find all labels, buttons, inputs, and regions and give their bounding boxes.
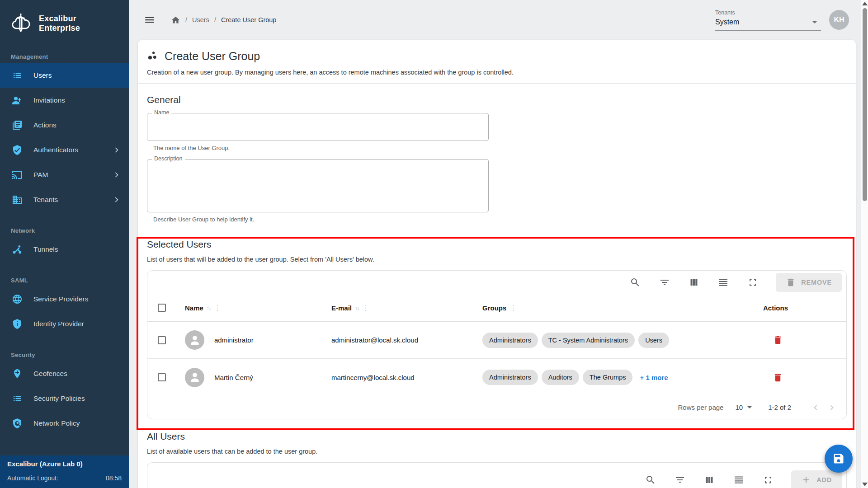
all-users-toolbar: ADD bbox=[147, 468, 846, 488]
dropdown-arrow-icon bbox=[812, 21, 817, 23]
tenant-select[interactable]: Tenants System bbox=[715, 9, 821, 31]
shield-check-icon bbox=[12, 145, 23, 155]
pagination-range: 1-2 of 2 bbox=[768, 404, 791, 411]
sidebar-item-security-policies[interactable]: Security Policies bbox=[0, 386, 129, 411]
rows-per-page-select[interactable]: 10 bbox=[735, 404, 752, 411]
user-avatar[interactable]: KH bbox=[829, 10, 849, 30]
column-header-name[interactable]: Name bbox=[185, 304, 203, 312]
sidebar-item-users[interactable]: Users bbox=[0, 63, 129, 88]
scrollbar-up-arrow[interactable] bbox=[862, 2, 868, 5]
pin-plus-icon bbox=[12, 368, 23, 379]
name-field: Name bbox=[147, 113, 489, 141]
next-page-button[interactable] bbox=[824, 399, 840, 416]
description-helper-text: Describe User Group to help identify it. bbox=[153, 216, 847, 223]
add-button[interactable]: ADD bbox=[791, 470, 842, 488]
user-groups: AdministratorsAuditorsThe Grumps+ 1 more bbox=[477, 370, 756, 385]
sidebar-section-label-saml: SAML bbox=[0, 277, 129, 284]
list-icon bbox=[12, 70, 23, 81]
scrollbar-thumb[interactable] bbox=[863, 8, 867, 201]
name-helper-text: The name of the User Group. bbox=[153, 145, 847, 151]
sidebar-item-invitations[interactable]: Invitations bbox=[0, 88, 129, 113]
scrollbar-down-arrow[interactable] bbox=[862, 483, 868, 486]
select-all-checkbox[interactable] bbox=[158, 304, 166, 312]
user-name: Martin Černý bbox=[214, 374, 253, 381]
user-group-icon bbox=[147, 50, 159, 62]
filter-icon[interactable] bbox=[671, 471, 689, 488]
list-icon bbox=[12, 393, 23, 404]
more-groups-link[interactable]: + 1 more bbox=[640, 374, 668, 381]
sort-icon[interactable]: ↑↓ bbox=[355, 305, 359, 311]
columns-icon[interactable] bbox=[700, 471, 718, 488]
sidebar-item-authenticators[interactable]: Authenticators bbox=[0, 137, 129, 162]
sidebar-nav: ManagementUsersInvitationsActionsAuthent… bbox=[0, 47, 129, 436]
save-button[interactable] bbox=[825, 445, 853, 473]
user-email: administrator@local.sk.cloud bbox=[326, 336, 477, 344]
columns-icon[interactable] bbox=[685, 273, 703, 291]
auto-logout-label: Automatic Logout: bbox=[7, 474, 58, 482]
domain-icon bbox=[12, 194, 23, 205]
table-row: administratoradministrator@local.sk.clou… bbox=[147, 322, 846, 359]
sidebar-item-tunnels[interactable]: Tunnels bbox=[0, 237, 129, 262]
sidebar-item-geofences[interactable]: Geofences bbox=[0, 361, 129, 386]
person-add-icon bbox=[12, 95, 23, 106]
fullscreen-icon[interactable] bbox=[744, 273, 762, 291]
page-title: Create User Group bbox=[165, 50, 260, 63]
auto-logout-row: Automatic Logout: 08:58 bbox=[7, 474, 122, 482]
sidebar-item-tenants[interactable]: Tenants bbox=[0, 187, 129, 212]
column-header-groups[interactable]: Groups bbox=[482, 304, 506, 312]
sidebar-item-service-providers[interactable]: Service Providers bbox=[0, 286, 129, 311]
home-icon[interactable] bbox=[171, 15, 180, 25]
sidebar-item-pam[interactable]: PAM bbox=[0, 162, 129, 187]
group-chip: TC - System Administrators bbox=[542, 333, 635, 348]
shield-info-icon bbox=[12, 319, 23, 329]
fullscreen-icon[interactable] bbox=[759, 471, 777, 488]
user-avatar-icon bbox=[185, 330, 204, 350]
page-subtitle: Creation of a new user group. By managin… bbox=[147, 69, 847, 76]
sidebar-item-identity-provider[interactable]: Identity Provider bbox=[0, 311, 129, 336]
column-menu-icon[interactable]: ⋮ bbox=[362, 304, 369, 312]
description-field-label: Description bbox=[152, 155, 185, 162]
group-chip: Users bbox=[638, 333, 669, 348]
brand-name: Excalibur Enterprise bbox=[39, 14, 120, 33]
group-chip: Auditors bbox=[542, 370, 579, 385]
density-icon[interactable] bbox=[730, 471, 748, 488]
trash-icon bbox=[786, 277, 796, 287]
menu-toggle-button[interactable] bbox=[144, 14, 156, 26]
search-icon[interactable] bbox=[642, 471, 660, 488]
previous-page-button[interactable] bbox=[807, 399, 824, 416]
table-pagination: Rows per page 10 1-2 of 2 bbox=[147, 396, 846, 419]
column-menu-icon[interactable]: ⋮ bbox=[214, 304, 221, 312]
sidebar-item-network-policy[interactable]: Network Policy bbox=[0, 411, 129, 436]
name-input[interactable] bbox=[147, 113, 488, 141]
group-chip: Administrators bbox=[482, 333, 538, 348]
sort-icon[interactable]: ↑↓ bbox=[207, 305, 211, 311]
breadcrumb-current: Create User Group bbox=[221, 16, 277, 23]
sidebar-item-actions[interactable]: Actions bbox=[0, 113, 129, 137]
all-users-table: ADD bbox=[147, 462, 847, 488]
excalibur-logo-icon bbox=[9, 12, 33, 35]
all-users-heading: All Users bbox=[147, 431, 847, 442]
column-header-email[interactable]: E-mail bbox=[331, 304, 352, 312]
search-icon[interactable] bbox=[626, 273, 644, 291]
remove-button[interactable]: REMOVE bbox=[776, 273, 842, 292]
delete-row-button[interactable] bbox=[769, 331, 787, 349]
topbar: / Users / Create User Group Tenants Syst… bbox=[129, 0, 868, 40]
delete-row-button[interactable] bbox=[769, 368, 787, 386]
description-field: Description bbox=[147, 159, 489, 212]
row-checkbox[interactable] bbox=[158, 336, 166, 344]
scrollbar[interactable] bbox=[861, 0, 868, 488]
chevron-right-icon bbox=[112, 195, 121, 204]
brand: Excalibur Enterprise bbox=[0, 0, 129, 47]
column-menu-icon[interactable]: ⋮ bbox=[509, 304, 517, 312]
general-section: General Name The name of the User Group.… bbox=[147, 94, 847, 223]
density-icon[interactable] bbox=[714, 273, 732, 291]
row-checkbox[interactable] bbox=[158, 373, 166, 381]
description-input[interactable] bbox=[147, 160, 488, 212]
header-divider bbox=[138, 83, 856, 84]
breadcrumb-separator: / bbox=[214, 16, 216, 23]
filter-icon[interactable] bbox=[656, 273, 674, 291]
chevron-right-icon bbox=[112, 145, 121, 155]
breadcrumb-users[interactable]: Users bbox=[192, 16, 209, 23]
sidebar-section-label-network: Network bbox=[0, 227, 129, 234]
selected-users-table: REMOVE Name ↑↓ ⋮ E-mail ↑↓ ⋮ bbox=[147, 270, 847, 419]
